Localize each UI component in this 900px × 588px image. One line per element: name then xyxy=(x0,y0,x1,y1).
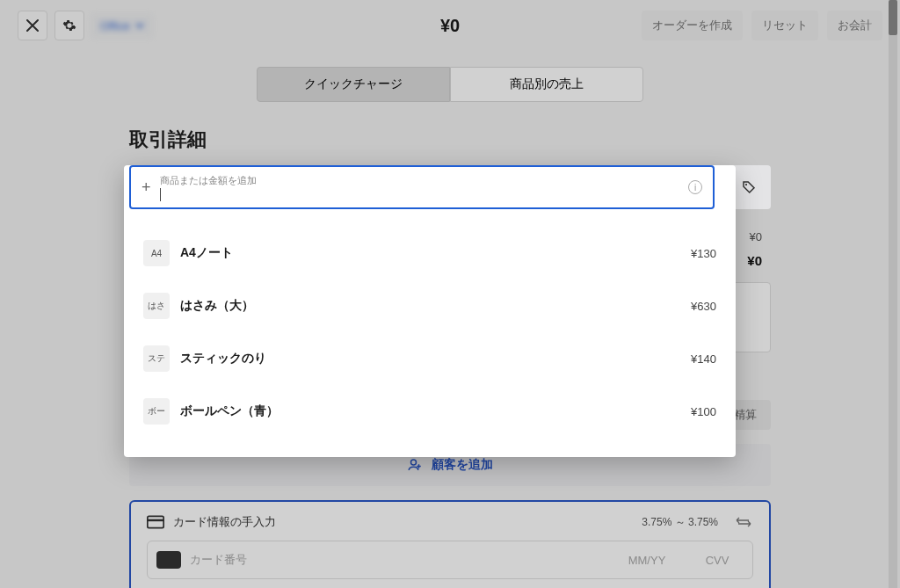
suggestion-name: ボールペン（青） xyxy=(180,403,680,419)
card-manual-entry[interactable]: カード情報の手入力 3.75% ～ 3.75% カード番号 MM/YY CVV xyxy=(129,500,771,588)
card-cvv-input[interactable]: CVV xyxy=(691,554,744,567)
tab-itemized-sales[interactable]: 商品別の売上 xyxy=(450,67,643,102)
info-icon[interactable]: i xyxy=(688,180,702,194)
add-customer-label: 顧客を追加 xyxy=(432,457,493,473)
suggestion-badge: A4 xyxy=(143,240,170,266)
main-tabs: クイックチャージ 商品別の売上 xyxy=(257,67,643,102)
card-brand-icon xyxy=(156,551,181,569)
text-caret xyxy=(160,188,161,201)
location-dropdown[interactable]: Office xyxy=(91,14,153,38)
reset-button[interactable]: リセット xyxy=(751,11,818,40)
tag-icon xyxy=(741,179,757,195)
suggestion-price: ¥130 xyxy=(691,247,716,260)
close-icon xyxy=(26,19,39,32)
suggestion-name: A4ノート xyxy=(180,245,680,261)
card-entry-rate: 3.75% ～ 3.75% xyxy=(642,515,718,530)
location-dropdown-label: Office xyxy=(100,19,130,33)
suggestion-item[interactable]: はさ はさみ（大） ¥630 xyxy=(143,279,716,332)
add-product-placeholder: 商品または金額を追加 xyxy=(160,174,688,187)
suggestion-badge: ボー xyxy=(143,398,170,425)
create-order-button[interactable]: オーダーを作成 xyxy=(642,11,743,40)
scrollbar-track[interactable] xyxy=(889,0,897,588)
settings-button[interactable] xyxy=(54,11,84,40)
subtotal-value: ¥0 xyxy=(750,230,762,246)
transaction-details-title: 取引詳細 xyxy=(129,127,771,153)
gear-icon xyxy=(62,18,76,33)
card-number-input[interactable]: カード番号 xyxy=(190,552,603,568)
svg-rect-2 xyxy=(148,516,163,527)
suggestion-price: ¥630 xyxy=(691,300,716,313)
card-expiry-input[interactable]: MM/YY xyxy=(612,554,682,567)
suggestion-price: ¥140 xyxy=(691,352,716,366)
svg-point-1 xyxy=(411,460,417,465)
swap-icon xyxy=(734,517,753,527)
tab-quick-charge[interactable]: クイックチャージ xyxy=(257,67,450,102)
svg-point-0 xyxy=(745,184,747,185)
plus-icon: + xyxy=(142,178,151,197)
close-button[interactable] xyxy=(18,11,47,40)
card-icon xyxy=(147,515,164,529)
suggestion-name: はさみ（大） xyxy=(180,298,680,314)
header-total-price: ¥0 xyxy=(440,16,460,36)
svg-rect-3 xyxy=(148,519,163,522)
suggestion-badge: はさ xyxy=(143,293,170,319)
suggestion-name: スティックのり xyxy=(180,351,680,367)
total-value: ¥0 xyxy=(747,253,762,270)
add-user-icon xyxy=(407,457,423,473)
header: Office ¥0 オーダーを作成 リセット お会計 xyxy=(0,0,900,51)
suggestion-badge: ステ xyxy=(143,345,170,372)
suggestion-item[interactable]: ステ スティックのり ¥140 xyxy=(143,332,716,385)
suggestion-price: ¥100 xyxy=(691,405,716,418)
chevron-down-icon xyxy=(135,23,144,28)
checkout-button[interactable]: お会計 xyxy=(827,11,882,40)
card-entry-label: カード情報の手入力 xyxy=(173,514,276,530)
add-product-input[interactable]: + 商品または金額を追加 i xyxy=(129,165,715,209)
suggestion-item[interactable]: ボー ボールペン（青） ¥100 xyxy=(143,385,716,438)
suggestion-item[interactable]: A4 A4ノート ¥130 xyxy=(143,227,716,279)
